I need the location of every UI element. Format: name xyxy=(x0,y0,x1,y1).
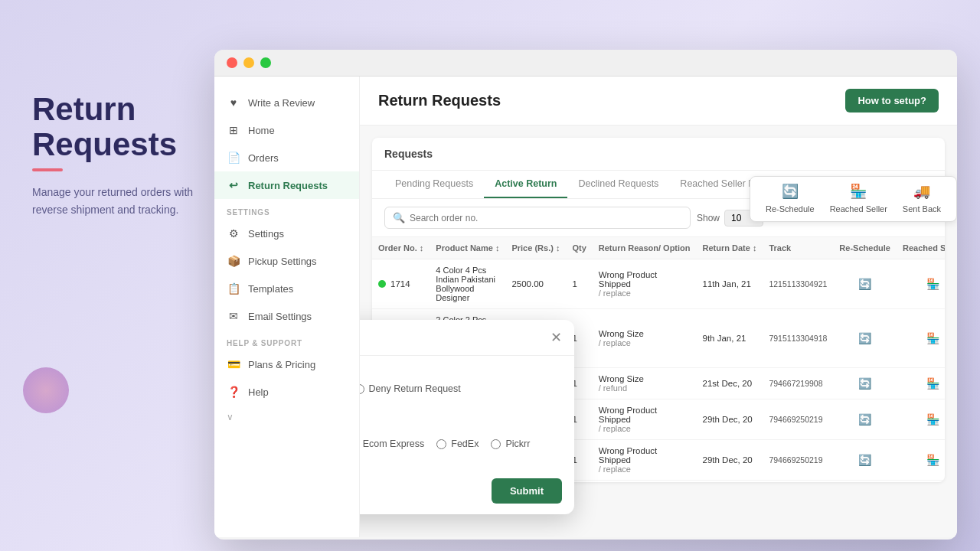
browser-titlebar xyxy=(214,50,957,77)
reschedule-action-icon[interactable]: 🔄 xyxy=(856,410,874,429)
reschedule-action-icon[interactable]: 🔄 xyxy=(856,374,874,393)
sidebar-item-help[interactable]: ❓ Help xyxy=(214,378,359,406)
sidebar-expand-chevron[interactable]: ∨ xyxy=(214,406,359,429)
cell-date: 21st Dec, 20 xyxy=(697,368,763,399)
reached-seller-action-icon[interactable]: 🏪 xyxy=(923,329,942,347)
cell-track: 794667219908 xyxy=(763,368,833,399)
decorative-blob xyxy=(23,367,69,413)
card-header: Requests xyxy=(372,138,945,171)
status-indicator xyxy=(378,280,386,288)
pickup-icon: 📦 xyxy=(227,254,240,268)
cell-track: 794669250219 xyxy=(763,399,833,440)
sidebar-item-orders[interactable]: 📄 Orders xyxy=(214,144,359,171)
col-price: Price (Rs.) ↕ xyxy=(505,237,566,259)
courier-fedex[interactable]: FedEx xyxy=(436,439,479,449)
cell-reason: Wrong Size/ replace xyxy=(593,309,697,368)
reached-seller-action-icon[interactable]: 🏪 xyxy=(923,275,942,293)
cell-reschedule[interactable]: 🔄 xyxy=(833,399,897,440)
modal-header: #1714 ✕ xyxy=(360,320,574,356)
modal-footer: Submit xyxy=(360,471,574,514)
col-reason: Return Reason/ Option xyxy=(593,237,697,259)
main-header: Return Requests How to setup? xyxy=(360,77,957,126)
tooltip-sent-back: 🚚 Sent Back xyxy=(897,183,945,215)
cell-track: 7915113304918 xyxy=(763,309,833,368)
templates-icon: 📋 xyxy=(227,282,240,295)
reached-seller-action-icon[interactable]: 🏪 xyxy=(923,410,942,429)
cell-date: 11th Jan, 21 xyxy=(697,259,763,309)
cell-date: 29th Dec, 20 xyxy=(697,399,763,440)
cell-reschedule[interactable]: 🔄 xyxy=(833,309,897,368)
cell-reschedule[interactable]: 🔄 xyxy=(833,481,897,483)
reschedule-action-icon[interactable]: 🔄 xyxy=(856,275,874,293)
cell-track xyxy=(763,481,833,483)
cell-track: 794669250219 xyxy=(763,440,833,481)
cell-reached-seller[interactable]: 🏪 xyxy=(897,368,945,399)
cell-reason: Wrong Product Shipped xyxy=(593,481,697,483)
cell-date xyxy=(697,481,763,483)
radio-deny[interactable]: Deny Return Request xyxy=(360,383,461,394)
window-close-dot[interactable] xyxy=(227,57,237,68)
reached-seller-action-icon[interactable]: 🏪 xyxy=(923,374,942,393)
page-title: Return Requests xyxy=(378,92,501,109)
submit-button[interactable]: Submit xyxy=(492,478,562,504)
sidebar-item-write-review[interactable]: ♥ Write a Review xyxy=(214,89,359,116)
tab-active-return[interactable]: Active Return xyxy=(484,171,567,198)
tab-pending[interactable]: Pending Requests xyxy=(384,171,484,198)
sidebar-item-return-requests[interactable]: ↩ Return Requests xyxy=(214,171,359,199)
reschedule-action-icon[interactable]: 🔄 xyxy=(856,451,874,469)
reschedule-action-icon[interactable]: 🔄 xyxy=(856,329,874,347)
tooltip-reached-seller: 🏪 Reached Seller xyxy=(824,183,893,215)
sidebar-item-home[interactable]: ⊞ Home xyxy=(214,116,359,144)
courier-ecom-express[interactable]: Ecom Express xyxy=(360,439,424,449)
approve-return-label: Approve Return Request xyxy=(360,405,562,416)
tooltip-reschedule: 🔄 Re-Schedule xyxy=(760,183,821,215)
cell-order-no: 1714 xyxy=(372,259,430,309)
cell-reschedule[interactable]: 🔄 xyxy=(833,440,897,481)
cell-date: 9th Jan, 21 xyxy=(697,309,763,368)
col-order-no: Order No. ↕ xyxy=(372,237,430,259)
sidebar-item-templates[interactable]: 📋 Templates xyxy=(214,275,359,302)
search-icon: 🔍 xyxy=(393,212,405,223)
sent-back-icon: 🚚 xyxy=(913,183,930,201)
cell-reason: Wrong Product Shipped/ replace xyxy=(593,259,697,309)
col-reached-seller: Reached Seller xyxy=(897,237,945,259)
reached-seller-action-icon[interactable]: 🏪 xyxy=(923,451,942,469)
cell-reached-seller[interactable]: 🏪 xyxy=(897,440,945,481)
how-to-button[interactable]: How to setup? xyxy=(845,89,939,112)
window-minimize-dot[interactable] xyxy=(243,57,254,68)
col-date: Return Date ↕ xyxy=(697,237,763,259)
background-text: Return Requests Manage your returned ord… xyxy=(32,92,201,218)
cell-reschedule[interactable]: 🔄 xyxy=(833,368,897,399)
search-box: 🔍 xyxy=(384,207,691,229)
cell-price: 2500.00 xyxy=(505,259,566,309)
cell-reached-seller[interactable]: 🏪 xyxy=(897,481,945,483)
cell-reached-seller[interactable]: 🏪 xyxy=(897,399,945,440)
plans-icon: 💳 xyxy=(227,357,240,371)
cell-date: 29th Dec, 20 xyxy=(697,440,763,481)
courier-label: Select Courier Service xyxy=(360,422,562,432)
select-status-label: Select Order Status xyxy=(360,367,562,377)
search-input[interactable] xyxy=(410,213,682,223)
courier-pickrr[interactable]: Pickrr xyxy=(491,439,530,449)
settings-icon: ⚙ xyxy=(227,227,240,240)
window-maximize-dot[interactable] xyxy=(260,57,271,68)
email-icon: ✉ xyxy=(227,309,240,323)
cell-reschedule[interactable]: 🔄 xyxy=(833,259,897,309)
orders-icon: 📄 xyxy=(227,151,240,165)
order-status-modal: #1714 ✕ Select Order Status Approve Retu… xyxy=(360,320,574,514)
modal-close-button[interactable]: ✕ xyxy=(550,329,562,346)
courier-radio-group: Delhivery Bluedart Ecom Express xyxy=(360,439,562,449)
tab-declined[interactable]: Declined Requests xyxy=(567,171,669,198)
sidebar-item-plans[interactable]: 💳 Plans & Pricing xyxy=(214,350,359,378)
cell-qty: 1 xyxy=(566,259,592,309)
cell-reason: Wrong Size/ refund xyxy=(593,368,697,399)
cell-reason: Wrong Product Shipped/ replace xyxy=(593,440,697,481)
cell-reached-seller[interactable]: 🏪 xyxy=(897,309,945,368)
home-icon: ⊞ xyxy=(227,123,240,137)
sidebar-item-settings[interactable]: ⚙ Settings xyxy=(214,220,359,247)
cell-reached-seller[interactable]: 🏪 xyxy=(897,259,945,309)
sidebar-item-pickup-settings[interactable]: 📦 Pickup Settings xyxy=(214,247,359,275)
title-underline xyxy=(32,168,63,171)
cell-reason: Wrong Product Shipped/ replace xyxy=(593,399,697,440)
sidebar-item-email-settings[interactable]: ✉ Email Settings xyxy=(214,302,359,330)
